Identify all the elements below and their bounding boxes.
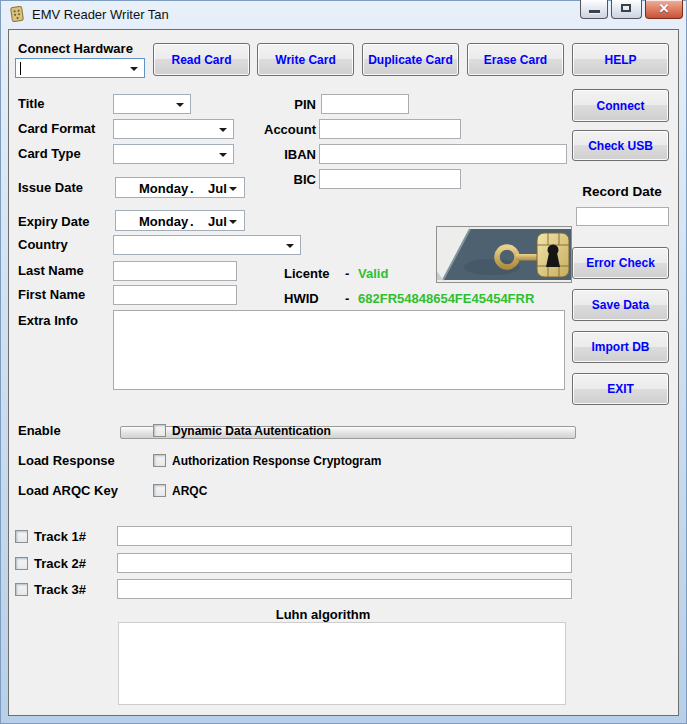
- first-name-label: First Name: [18, 287, 85, 302]
- country-label: Country: [18, 237, 68, 252]
- luhn-label: Luhn algorithm: [117, 607, 529, 622]
- check-usb-button[interactable]: Check USB: [572, 130, 669, 161]
- iban-field[interactable]: [319, 144, 567, 164]
- account-field[interactable]: [319, 119, 461, 139]
- key-in-chip-image: [436, 226, 572, 283]
- track1-field[interactable]: [117, 526, 572, 546]
- chevron-down-icon: [130, 67, 138, 71]
- track3-label: Track 3#: [34, 582, 86, 597]
- issue-date-separator: .: [190, 181, 194, 196]
- dda-checkbox-label: Dynamic Data Autentication: [172, 424, 331, 438]
- text-caret: [20, 62, 21, 75]
- card-type-combo[interactable]: [113, 144, 234, 164]
- error-check-button[interactable]: Error Check: [572, 247, 669, 279]
- connect-hardware-label: Connect Hardware: [18, 41, 133, 56]
- bic-label: BIC: [244, 172, 316, 187]
- track1-checkbox[interactable]: [15, 530, 28, 543]
- hwid-value: 682FR54848654FE45454FRR: [358, 291, 534, 306]
- issue-date-picker[interactable]: Monday . Jul: [115, 177, 245, 198]
- pin-label: PIN: [244, 97, 316, 112]
- expiry-date-label: Expiry Date: [18, 214, 90, 229]
- expiry-date-day: Monday: [139, 214, 188, 229]
- exit-button[interactable]: EXIT: [572, 373, 669, 405]
- maximize-button[interactable]: [611, 0, 642, 19]
- issue-date-day: Monday: [139, 181, 188, 196]
- close-icon: ✕: [646, 1, 682, 16]
- connect-hardware-combo[interactable]: [15, 58, 145, 78]
- iban-label: IBAN: [244, 147, 316, 162]
- expiry-date-separator: .: [190, 214, 194, 229]
- issue-date-month: Jul: [208, 181, 227, 196]
- titlebar[interactable]: EMV Reader Writer Tan ✕: [0, 0, 687, 29]
- chevron-down-icon: [176, 103, 184, 107]
- track1-label: Track 1#: [34, 529, 86, 544]
- expiry-date-month: Jul: [208, 214, 227, 229]
- card-format-combo[interactable]: [113, 119, 234, 139]
- record-date-label: Record Date: [572, 184, 672, 199]
- arc-checkbox-label: Authorization Response Cryptogram: [172, 454, 381, 468]
- pin-field[interactable]: [321, 94, 409, 114]
- chevron-down-icon: [286, 244, 294, 248]
- save-data-button[interactable]: Save Data: [572, 289, 669, 321]
- arqc-checkbox[interactable]: [153, 484, 166, 497]
- track3-checkbox[interactable]: [15, 583, 28, 596]
- help-button[interactable]: HELP: [572, 43, 669, 76]
- import-db-button[interactable]: Import DB: [572, 331, 669, 363]
- enable-label: Enable: [18, 423, 61, 438]
- title-combo[interactable]: [113, 94, 191, 114]
- maximize-icon: [621, 4, 631, 12]
- hwid-label: HWID: [284, 291, 319, 306]
- chevron-down-icon: [229, 187, 237, 191]
- bic-field[interactable]: [319, 169, 461, 189]
- load-arqc-label: Load ARQC Key: [18, 483, 118, 498]
- extra-info-textarea[interactable]: [113, 310, 565, 390]
- chip-card-icon: [9, 6, 25, 22]
- app-window: EMV Reader Writer Tan ✕ Connect Hardware…: [0, 0, 687, 724]
- chevron-down-icon: [229, 220, 237, 224]
- dda-checkbox[interactable]: [153, 424, 166, 437]
- track2-checkbox[interactable]: [15, 557, 28, 570]
- record-date-field[interactable]: [576, 207, 669, 226]
- window-title: EMV Reader Writer Tan: [32, 7, 169, 22]
- arc-checkbox[interactable]: [153, 454, 166, 467]
- arqc-checkbox-label: ARQC: [172, 484, 207, 498]
- minimize-icon: [589, 10, 600, 13]
- expiry-date-picker[interactable]: Monday . Jul: [115, 210, 245, 231]
- chevron-down-icon: [219, 153, 227, 157]
- title-label: Title: [18, 96, 45, 111]
- last-name-label: Last Name: [18, 263, 84, 278]
- luhn-textarea[interactable]: [118, 622, 566, 705]
- window-content: Connect Hardware Read Card Write Card Du…: [8, 29, 679, 716]
- licente-status: Valid: [358, 266, 388, 281]
- erase-card-button[interactable]: Erase Card: [467, 43, 564, 76]
- account-label: Account: [244, 122, 316, 137]
- issue-date-label: Issue Date: [18, 180, 83, 195]
- hwid-separator: -: [345, 291, 349, 306]
- load-response-label: Load Response: [18, 453, 115, 468]
- write-card-button[interactable]: Write Card: [257, 43, 354, 76]
- read-card-button[interactable]: Read Card: [153, 43, 250, 76]
- licente-separator: -: [345, 266, 349, 281]
- last-name-field[interactable]: [113, 261, 237, 281]
- track3-field[interactable]: [117, 579, 572, 599]
- close-button[interactable]: ✕: [645, 0, 683, 19]
- track2-field[interactable]: [117, 553, 572, 573]
- duplicate-card-button[interactable]: Duplicate Card: [362, 43, 459, 76]
- licente-label: Licente: [284, 266, 330, 281]
- chevron-down-icon: [219, 128, 227, 132]
- connect-button[interactable]: Connect: [572, 89, 669, 122]
- country-combo[interactable]: [113, 235, 301, 255]
- card-type-label: Card Type: [18, 146, 81, 161]
- minimize-button[interactable]: [580, 0, 608, 19]
- track2-label: Track 2#: [34, 556, 86, 571]
- card-format-label: Card Format: [18, 121, 95, 136]
- extra-info-label: Extra Info: [18, 313, 78, 328]
- first-name-field[interactable]: [113, 285, 237, 305]
